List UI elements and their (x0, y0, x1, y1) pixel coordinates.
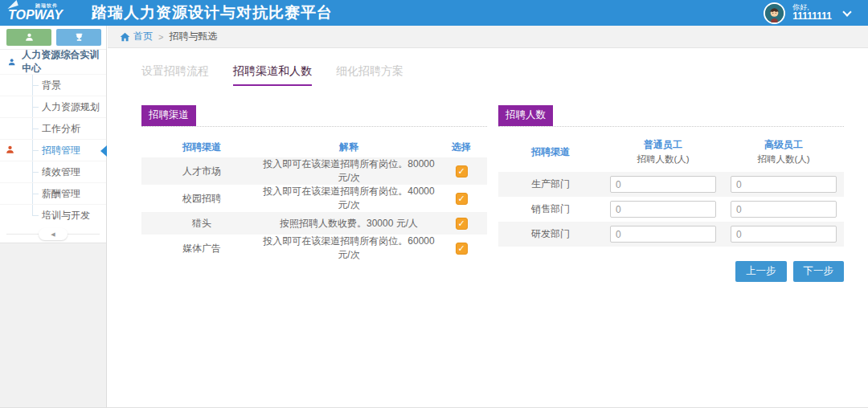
channel-checkbox[interactable]: ✓ (456, 243, 468, 255)
channel-name: 媒体广告 (141, 235, 262, 262)
sidebar-item-label: 培训与开发 (42, 209, 90, 222)
tab-channels-headcount[interactable]: 招聘渠道和人数 (233, 64, 312, 86)
channels-table: 招聘渠道 解释 选择 人才市场 投入即可在该渠道招聘所有岗位。80000 元/次… (141, 137, 487, 262)
home-icon (119, 31, 131, 43)
check-icon: ✓ (457, 244, 465, 253)
sidebar-item-label: 背景 (42, 79, 61, 92)
step-actions: 上一步 下一步 (498, 261, 844, 282)
sidebar-item-hr-planning[interactable]: 人力资源规划 (0, 96, 106, 117)
prev-step-button[interactable]: 上一步 (735, 261, 787, 282)
next-step-button[interactable]: 下一步 (793, 261, 845, 282)
sidebar-item-label: 绩效管理 (42, 165, 80, 179)
channel-name: 校园招聘 (141, 185, 262, 212)
avatar-illustration (765, 4, 784, 22)
check-icon: ✓ (457, 219, 465, 228)
production-senior-count-input[interactable] (731, 176, 837, 193)
sidebar-item-job-analysis[interactable]: 工作分析 (0, 117, 106, 139)
sidebar-item-label: 薪酬管理 (42, 187, 80, 201)
top-header: 踏瑞软件 TOPWAY 踏瑞人力资源设计与对抗比赛平台 你好, 11111111 (0, 0, 868, 26)
training-center-button[interactable] (6, 29, 51, 46)
column-header-select: 选择 (436, 137, 487, 157)
sidebar-item-training[interactable]: 培训与开发 (0, 204, 106, 226)
sidebar-item-recruitment[interactable]: 招聘管理 (0, 139, 106, 161)
sidebar-item-label: 人力资源规划 (42, 100, 100, 114)
headcount-panel-title: 招聘人数 (498, 105, 553, 126)
breadcrumb: 首页 > 招聘与甄选 (108, 26, 868, 48)
user-greeting: 你好, 11111111 (792, 4, 832, 22)
headcount-panel-header: 招聘人数 (498, 105, 844, 127)
channels-panel-header: 招聘渠道 (141, 105, 487, 127)
collapse-left-icon: ◀ (51, 231, 55, 238)
user-icon (7, 57, 16, 67)
sidebar-item-compensation[interactable]: 薪酬管理 (0, 182, 106, 204)
headcount-panel: 招聘人数 招聘渠道 普通员工 招聘人数(人) 高级员工 (498, 105, 844, 282)
sidebar-collapse-row: ◀ (0, 226, 106, 243)
recruiter-icon (5, 145, 15, 157)
table-row: 销售部门 (498, 197, 844, 222)
table-row: 生产部门 (498, 172, 844, 197)
channel-checkbox[interactable]: ✓ (456, 193, 468, 205)
avatar[interactable] (764, 2, 785, 24)
page-title: 踏瑞人力资源设计与对抗比赛平台 (92, 2, 333, 23)
column-header-explain: 解释 (262, 137, 436, 157)
chevron-down-icon[interactable] (842, 7, 851, 16)
channel-desc: 投入即可在该渠道招聘所有岗位。80000 元/次 (262, 157, 436, 185)
sidebar-menu: 背景 人力资源规划 工作分析 招聘管理 (0, 74, 106, 226)
app-window: 踏瑞软件 TOPWAY 踏瑞人力资源设计与对抗比赛平台 你好, 11111111 (0, 0, 868, 408)
tab-refine-plan[interactable]: 细化招聘方案 (336, 64, 403, 86)
table-row: 媒体广告 投入即可在该渠道招聘所有岗位。60000 元/次 ✓ (141, 235, 487, 262)
breadcrumb-home-label: 首页 (133, 30, 153, 43)
production-normal-count-input[interactable] (610, 176, 716, 193)
headcount-table: 招聘渠道 普通员工 招聘人数(人) 高级员工 招聘人数(人) (498, 133, 844, 247)
column-header-senior-staff: 高级员工 招聘人数(人) (723, 133, 844, 172)
sidebar-item-label: 招聘管理 (42, 144, 80, 157)
table-row: 校园招聘 投入即可在该渠道招聘所有岗位。40000 元/次 ✓ (141, 185, 487, 212)
username: 11111111 (792, 11, 832, 22)
active-item-marker-icon (100, 145, 107, 157)
rd-senior-count-input[interactable] (731, 226, 837, 243)
sales-senior-count-input[interactable] (731, 201, 837, 218)
sidebar-root-label: 人力资源综合实训中心 (22, 48, 106, 75)
sales-normal-count-input[interactable] (610, 201, 716, 218)
column-header-normal-staff: 普通员工 招聘人数(人) (603, 133, 723, 172)
dept-name: 生产部门 (498, 172, 603, 197)
column-header-channel: 招聘渠道 (498, 133, 603, 172)
competition-button[interactable] (56, 29, 101, 46)
user-podium-icon (24, 32, 35, 43)
logo-subtitle: 踏瑞软件 (35, 2, 58, 10)
channel-checkbox[interactable]: ✓ (456, 165, 468, 177)
sidebar-item-performance[interactable]: 绩效管理 (0, 161, 106, 182)
channel-desc: 投入即可在该渠道招聘所有岗位。40000 元/次 (262, 185, 436, 212)
tab-set-process[interactable]: 设置招聘流程 (141, 64, 209, 86)
channels-panel: 招聘渠道 招聘渠道 解释 选择 人才市场 (141, 105, 487, 282)
dept-name: 销售部门 (498, 197, 603, 222)
channel-name: 猎头 (141, 212, 262, 235)
main-content: 首页 > 招聘与甄选 设置招聘流程 招聘渠道和人数 细化招聘方案 招聘渠道 (108, 26, 868, 407)
channel-checkbox[interactable]: ✓ (456, 218, 468, 230)
channel-name: 人才市场 (141, 157, 262, 185)
channel-desc: 按照招聘人数收费。30000 元/人 (262, 212, 436, 235)
breadcrumb-home[interactable]: 首页 (119, 30, 153, 43)
channels-panel-title: 招聘渠道 (141, 105, 196, 126)
sidebar-root-training-center[interactable]: 人力资源综合实训中心 (0, 50, 106, 74)
column-header-channel: 招聘渠道 (141, 137, 262, 157)
table-row: 研发部门 (498, 222, 844, 247)
trophy-icon (74, 32, 84, 43)
group-title: 高级员工 (723, 138, 844, 152)
user-menu[interactable]: 你好, 11111111 (764, 2, 868, 24)
tab-bar: 设置招聘流程 招聘渠道和人数 细化招聘方案 (141, 64, 868, 86)
table-row: 人才市场 投入即可在该渠道招聘所有岗位。80000 元/次 ✓ (141, 157, 487, 185)
group-subtitle: 招聘人数(人) (723, 153, 844, 165)
sidebar: 人力资源综合实训中心 背景 人力资源规划 工作分析 (0, 26, 107, 407)
sidebar-quick-buttons (0, 26, 106, 50)
sidebar-collapse-button[interactable]: ◀ (39, 228, 68, 240)
table-row: 猎头 按照招聘人数收费。30000 元/人 ✓ (141, 212, 487, 235)
sidebar-item-background[interactable]: 背景 (0, 74, 106, 96)
check-icon: ✓ (457, 194, 465, 203)
breadcrumb-separator: > (158, 32, 163, 42)
rd-normal-count-input[interactable] (610, 226, 716, 243)
dept-name: 研发部门 (498, 222, 603, 247)
group-subtitle: 招聘人数(人) (603, 153, 723, 165)
brand-logo[interactable]: 踏瑞软件 TOPWAY (0, 0, 80, 26)
check-icon: ✓ (457, 167, 465, 176)
